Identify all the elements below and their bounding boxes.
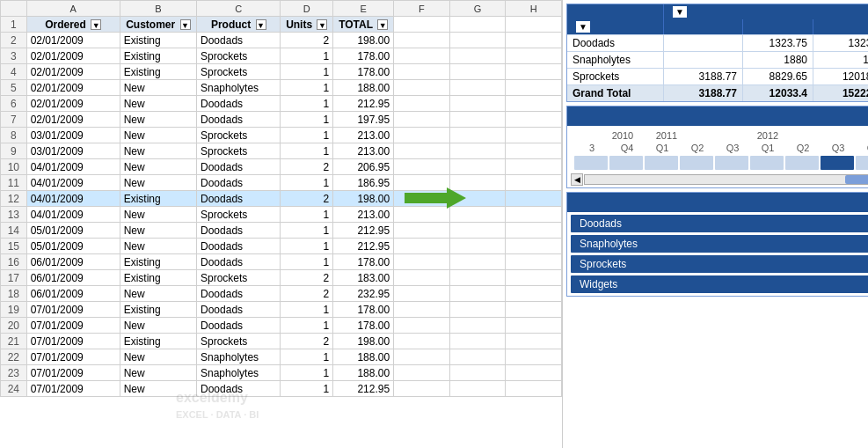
cell-g-6: [449, 96, 506, 112]
cell-units-8: 1: [281, 128, 333, 143]
cell-product-8: Sprockets: [197, 128, 281, 143]
cell-h-17: [506, 270, 562, 286]
pivot-existing-header: [664, 19, 743, 34]
product-filter[interactable]: ▼: [256, 19, 266, 30]
total-filter[interactable]: ▼: [377, 19, 388, 30]
cell-g-14: [449, 223, 506, 239]
pivot-table: ▼ ▼ Doodads 1323.75 1323.75 Snapholytes …: [566, 4, 868, 102]
cell-total-9: 213.00: [333, 143, 394, 159]
cell-product-16: Doodads: [197, 254, 281, 270]
row-num-3: 3: [1, 48, 27, 64]
row-num-9: 9: [1, 143, 27, 159]
cell-total-15: 212.95: [333, 239, 394, 254]
bar-2[interactable]: [609, 156, 643, 170]
cell-units-2: 2: [281, 33, 333, 48]
cell-f-7: [394, 112, 450, 128]
bar-8-selected[interactable]: [821, 156, 854, 170]
year-2010: 2010: [601, 130, 645, 141]
cell-h-24: [506, 381, 562, 397]
col-header-e: E: [333, 1, 394, 17]
cell-h-3: [506, 48, 562, 64]
year-2012: 2012: [689, 130, 847, 141]
header-product[interactable]: Product ▼: [197, 17, 281, 33]
cell-units-16: 1: [281, 254, 333, 270]
bar-3[interactable]: [645, 156, 678, 170]
bar-4[interactable]: [680, 156, 713, 170]
slicer-quarters-row: 3 Q4 Q1 Q2 Q3 Q1 Q2 Q3 Q4: [567, 142, 868, 154]
cell-ordered-22: 07/01/2009: [26, 349, 120, 365]
cell-customer-12: Existing: [120, 191, 196, 207]
cell-customer-18: New: [120, 286, 196, 302]
bar-1[interactable]: [574, 156, 608, 170]
cell-ordered-16: 06/01/2009: [26, 254, 120, 270]
cell-total-14: 212.95: [333, 223, 394, 239]
col-labels-dropdown[interactable]: ▼: [673, 6, 687, 18]
product-item[interactable]: Snapholytes: [571, 235, 868, 253]
cell-f-14: [394, 223, 450, 239]
header-customer[interactable]: Customer ▼: [120, 17, 196, 33]
header-g: [449, 17, 506, 33]
bar-5[interactable]: [715, 156, 748, 170]
cell-g-21: [449, 334, 506, 349]
header-units[interactable]: Units ▼: [281, 17, 333, 33]
header-total[interactable]: TOTAL ▼: [333, 17, 394, 33]
row-num-22: 22: [1, 349, 27, 365]
cell-h-20: [506, 318, 562, 334]
cell-total-22: 188.00: [333, 349, 394, 365]
row-labels-dropdown[interactable]: ▼: [576, 21, 590, 33]
cell-g-24: [449, 381, 506, 397]
cell-ordered-3: 02/01/2009: [26, 48, 120, 64]
product-label: Product: [211, 18, 251, 31]
product-item[interactable]: Sprockets: [571, 255, 868, 273]
cell-ordered-11: 04/01/2009: [26, 175, 120, 191]
pivot-row-label: Doodads: [567, 35, 664, 51]
scroll-left[interactable]: ◀: [571, 173, 583, 186]
cell-customer-9: New: [120, 143, 196, 159]
row-num-17: 17: [1, 270, 27, 286]
cell-g-16: [449, 254, 506, 270]
cell-product-2: Doodads: [197, 33, 281, 48]
scroll-thumb[interactable]: [845, 175, 868, 184]
cell-g-3: [449, 48, 506, 64]
customer-filter[interactable]: ▼: [180, 19, 191, 30]
year-2011: 2011: [645, 130, 689, 141]
cell-total-11: 186.95: [333, 175, 394, 191]
row-num-23: 23: [1, 365, 27, 381]
cell-f-2: [394, 33, 450, 48]
cell-ordered-14: 05/01/2009: [26, 223, 120, 239]
svg-marker-0: [405, 187, 466, 209]
row-num-5: 5: [1, 80, 27, 96]
cell-h-8: [506, 128, 562, 143]
pivot-new-header: [743, 19, 813, 34]
cell-ordered-21: 07/01/2009: [26, 334, 120, 349]
scroll-track[interactable]: [584, 174, 868, 185]
cell-product-15: Doodads: [197, 239, 281, 254]
row-num-14: 14: [1, 223, 27, 239]
cell-customer-7: New: [120, 112, 196, 128]
header-h: [506, 17, 562, 33]
cell-f-4: [394, 64, 450, 80]
cell-customer-11: New: [120, 175, 196, 191]
slicer-scrollbar[interactable]: ◀ ▶: [567, 172, 868, 187]
cell-units-5: 1: [281, 80, 333, 96]
bar-7[interactable]: [785, 156, 819, 170]
bar-6[interactable]: [750, 156, 784, 170]
total-label: TOTAL: [339, 18, 373, 31]
product-item[interactable]: Doodads: [571, 215, 868, 232]
product-item[interactable]: Widgets: [571, 275, 868, 293]
slicer-years-row: 2010 2011 2012: [567, 129, 868, 142]
cell-ordered-20: 07/01/2009: [26, 318, 120, 334]
slicer-product: ✕ DoodadsSnapholytesSprocketsWidgets: [566, 192, 868, 297]
ordered-filter[interactable]: ▼: [91, 19, 101, 30]
col-header-a: A: [26, 1, 120, 17]
slicer-ordered-header: ✕: [567, 106, 868, 126]
cell-ordered-23: 07/01/2009: [26, 365, 120, 381]
ordered-label: Ordered: [45, 18, 86, 31]
cell-g-5: [449, 80, 506, 96]
header-ordered[interactable]: Ordered ▼: [26, 17, 120, 33]
q-q1-1: Q1: [645, 143, 680, 153]
units-filter[interactable]: ▼: [317, 19, 327, 30]
slicer-bar-row[interactable]: [567, 154, 868, 172]
header-f: [394, 17, 450, 33]
bar-9[interactable]: [856, 156, 868, 170]
